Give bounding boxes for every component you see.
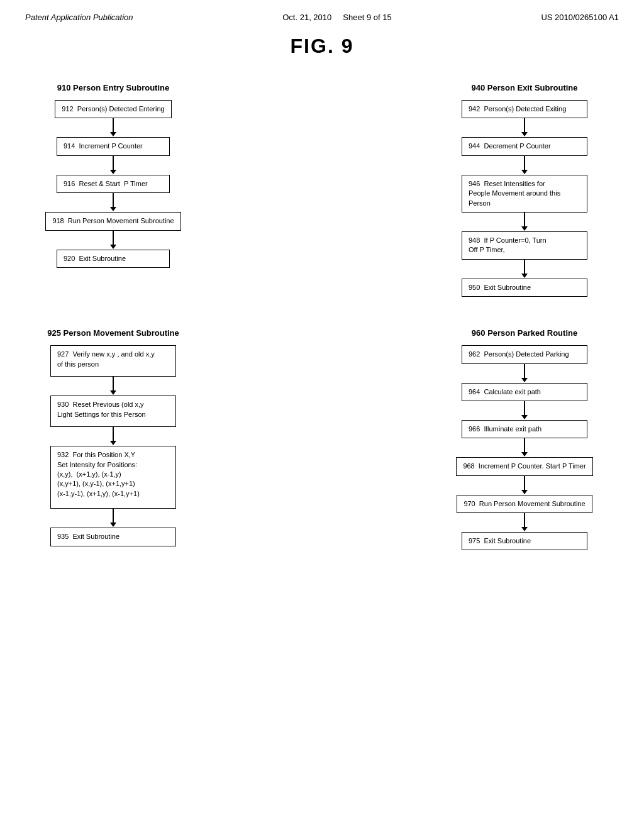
parked-arrow-2 (521, 401, 528, 420)
parked-step-1: 962 Person(s) Detected Parking (462, 345, 587, 363)
header-right: US 2010/0265100 A1 (541, 13, 619, 22)
movement-step-4: 935 Exit Subroutine (50, 528, 176, 546)
exit-arrow-3 (521, 213, 528, 231)
entry-step-4: 918 Run Person Movement Subroutine (45, 212, 180, 230)
parked-step-4: 968 Increment P Counter. Start P Timer (456, 457, 592, 475)
movement-step-2: 930 Reset Previous (old x,yLight Setting… (50, 396, 176, 427)
entry-subroutine-section: 910 Person Entry Subroutine 912 Person(s… (25, 83, 201, 268)
entry-step-3: 916 Reset & Start P Timer (57, 175, 170, 193)
exit-arrow-1 (521, 118, 528, 137)
entry-flowchart: 912 Person(s) Detected Entering 914 Incr… (45, 100, 180, 268)
parked-arrow-4 (521, 476, 528, 495)
exit-arrow-4 (521, 260, 528, 279)
page-header: Patent Application Publication Oct. 21, … (25, 13, 619, 22)
figure-title: FIG. 9 (25, 35, 619, 58)
entry-step-1: 912 Person(s) Detected Entering (55, 100, 171, 118)
arrow-4 (110, 231, 116, 250)
top-diagrams-row: 910 Person Entry Subroutine 912 Person(s… (25, 83, 619, 297)
movement-section-title: 925 Person Movement Subroutine (47, 328, 179, 338)
parked-arrow-3 (521, 438, 528, 457)
page: Patent Application Publication Oct. 21, … (0, 0, 644, 830)
exit-flowchart: 942 Person(s) Detected Exiting 944 Decre… (462, 100, 587, 297)
exit-step-3: 946 Reset Intensities forPeople Movement… (462, 175, 587, 213)
exit-section-title: 940 Person Exit Subroutine (471, 83, 577, 92)
header-left: Patent Application Publication (25, 13, 133, 22)
bottom-diagrams-row: 925 Person Movement Subroutine 927 Verif… (25, 328, 619, 550)
parked-routine-section: 960 Person Parked Routine 962 Person(s) … (430, 328, 619, 550)
parked-arrow-5 (521, 513, 528, 532)
exit-subroutine-section: 940 Person Exit Subroutine 942 Person(s)… (430, 83, 619, 297)
exit-step-4: 948 If P Counter=0, TurnOff P Timer, (462, 231, 587, 260)
move-arrow-1 (110, 377, 116, 396)
entry-step-2: 914 Increment P Counter (57, 137, 170, 155)
arrow-1 (110, 118, 116, 137)
parked-step-5: 970 Run Person Movement Subroutine (457, 495, 592, 513)
movement-flowchart: 927 Verify new x,y , and old x,yof this … (50, 345, 176, 546)
parked-flowchart: 962 Person(s) Detected Parking 964 Calcu… (456, 345, 592, 550)
exit-arrow-2 (521, 156, 528, 175)
arrow-3 (110, 193, 116, 212)
exit-step-1: 942 Person(s) Detected Exiting (462, 100, 587, 118)
parked-arrow-1 (521, 364, 528, 383)
header-center: Oct. 21, 2010 Sheet 9 of 15 (282, 13, 391, 22)
arrow-2 (110, 156, 116, 175)
parked-step-3: 966 Illuminate exit path (462, 420, 587, 438)
parked-step-6: 975 Exit Subroutine (462, 532, 587, 550)
move-arrow-3 (110, 509, 116, 528)
exit-step-5: 950 Exit Subroutine (462, 279, 587, 297)
movement-step-3: 932 For this Position X,YSet Intensity f… (50, 446, 176, 509)
movement-subroutine-section: 925 Person Movement Subroutine 927 Verif… (25, 328, 201, 546)
exit-step-2: 944 Decrement P Counter (462, 137, 587, 155)
parked-section-title: 960 Person Parked Routine (472, 328, 577, 338)
movement-step-1: 927 Verify new x,y , and old x,yof this … (50, 345, 176, 377)
move-arrow-2 (110, 427, 116, 446)
parked-step-2: 964 Calculate exit path (462, 383, 587, 401)
entry-step-5: 920 Exit Subroutine (57, 250, 170, 268)
entry-section-title: 910 Person Entry Subroutine (57, 83, 169, 92)
